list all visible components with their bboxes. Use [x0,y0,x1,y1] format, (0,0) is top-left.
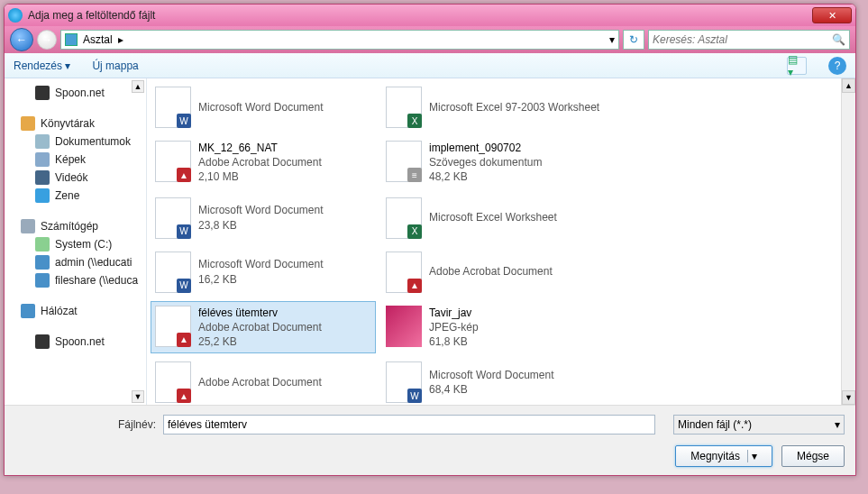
file-type: Microsoft Word Document [198,100,324,114]
word-badge-icon: W [177,224,191,239]
search-icon[interactable]: 🔍 [832,33,845,46]
sidebar-item-libraries[interactable]: Könyvtárak [8,114,142,133]
file-type: Microsoft Excel 97-2003 Worksheet [429,100,599,114]
sidebar-item-drive-c[interactable]: System (C:) [8,235,142,253]
desktop-icon [65,33,78,46]
file-info: implement_090702Szöveges dokumentum48,2 … [429,141,542,185]
file-size: 68,4 KB [429,382,554,397]
file-type: Adobe Acrobat Document [198,320,322,334]
sidebar-item-network[interactable]: Hálózat [8,302,142,320]
netdrive-icon [35,255,50,270]
word-badge-icon: W [407,389,422,403]
file-item[interactable]: ▲Adobe Acrobat Document [381,247,607,297]
sidebar-scroll-down[interactable]: ▼ [132,390,144,403]
navbar: ← → Asztal ▸ ▾ ↻ 🔍 [5,26,855,53]
file-type: Microsoft Word Document [429,368,554,382]
close-button[interactable]: ✕ [812,7,852,23]
xls-badge-icon: X [407,114,422,128]
scroll-up-button[interactable]: ▲ [842,78,855,93]
ie-icon [8,8,23,23]
sidebar-item-pictures[interactable]: Képek [8,151,142,169]
file-item[interactable]: Tavir_javJPEG-kép61,8 KB [381,301,607,354]
open-split-icon[interactable]: ▾ [747,450,757,462]
dropdown-icon: ▾ [835,418,840,431]
search-box[interactable]: 🔍 [648,30,850,50]
file-info: Microsoft Word Document16,2 KB [198,252,324,293]
open-button[interactable]: Megnyitás ▾ [675,445,772,467]
file-size: 16,2 KB [198,272,324,287]
sidebar-scroll-up[interactable]: ▲ [132,80,144,93]
filetype-filter[interactable]: Minden fájl (*.*) ▾ [673,415,845,435]
file-icon: W [155,252,191,293]
file-type: Microsoft Word Document [198,203,324,217]
file-size: 25,2 KB [198,334,322,349]
computer-icon [21,219,35,233]
file-item[interactable]: WMicrosoft Word Document [151,82,376,133]
file-item[interactable]: ▲MK_12_66_NATAdobe Acrobat Document2,10 … [151,136,376,189]
cancel-button[interactable]: Mégse [781,445,845,467]
file-scrollbar[interactable]: ▲ ▼ [841,78,855,405]
file-icon: ≡ [386,141,422,182]
view-mode-button[interactable]: ▤ ▾ [787,57,807,75]
file-icon: ▲ [155,361,191,403]
file-item[interactable]: WMicrosoft Word Document16,2 KB [151,247,376,297]
libraries-icon [21,116,35,131]
sidebar-item-documents[interactable]: Dokumentumok [8,133,142,151]
sidebar-item-drive-share[interactable]: fileshare (\\educa [8,271,142,289]
spoon-icon [35,334,50,349]
file-item[interactable]: ≡implement_090702Szöveges dokumentum48,2… [381,136,607,189]
sidebar-item-videos[interactable]: Videók [8,169,142,187]
word-badge-icon: W [177,279,191,293]
organize-menu[interactable]: Rendezés ▾ [14,59,70,72]
sidebar-item-computer[interactable]: Számítógép [8,217,142,235]
new-folder-button[interactable]: Új mappa [92,59,138,72]
file-item[interactable]: WMicrosoft Word Document23,8 KB [151,193,376,243]
sidebar-item-spoon2[interactable]: Spoon.net [8,333,142,351]
nav-forward-button[interactable]: → [37,30,57,50]
toolbar: Rendezés ▾ Új mappa ▤ ▾ ? [5,53,855,78]
refresh-button[interactable]: ↻ [623,30,644,50]
scroll-down-button[interactable]: ▼ [842,390,855,405]
file-info: Microsoft Excel Worksheet [429,197,557,239]
file-name: MK_12_66_NAT [198,141,322,155]
netdrive-icon [35,273,50,288]
pdf-badge-icon: ▲ [177,333,191,347]
help-button[interactable]: ? [828,57,846,75]
file-name: implement_090702 [429,141,542,155]
file-item[interactable]: WMicrosoft Word Document68,4 KB [381,357,607,405]
chevron-right-icon: ▸ [118,33,123,46]
file-type: Adobe Acrobat Document [429,264,553,279]
file-item[interactable]: XMicrosoft Excel 97-2003 Worksheet [381,82,607,133]
window-title: Adja meg a feltöltendő fájlt [28,9,812,22]
file-icon: X [386,197,422,239]
file-item[interactable]: XMicrosoft Excel Worksheet [381,193,607,243]
file-info: MK_12_66_NATAdobe Acrobat Document2,10 M… [198,141,322,185]
filename-input[interactable] [163,415,655,435]
address-dropdown-icon[interactable]: ▾ [609,33,615,46]
sidebar-item-spoon[interactable]: Spoon.net [8,84,142,102]
txt-badge-icon: ≡ [407,168,422,182]
documents-icon [35,134,50,149]
sidebar-item-music[interactable]: Zene [8,187,142,205]
nav-back-button[interactable]: ← [10,28,33,51]
word-badge-icon: W [177,114,191,128]
search-input[interactable] [653,33,832,46]
drive-icon [35,237,50,252]
file-name: Tavir_jav [429,306,479,320]
file-info: Microsoft Word Document [198,87,324,128]
file-size: 61,8 KB [429,334,479,349]
address-location: Asztal [83,33,113,46]
address-bar[interactable]: Asztal ▸ ▾ [60,30,619,50]
file-type: Adobe Acrobat Document [198,155,322,169]
file-item[interactable]: ▲féléves ütemtervAdobe Acrobat Document2… [151,301,376,354]
file-size: 23,8 KB [198,218,324,233]
file-info: féléves ütemtervAdobe Acrobat Document25… [198,306,322,350]
sidebar-item-drive-admin[interactable]: admin (\\educati [8,253,142,271]
file-type: Szöveges dokumentum [429,155,542,169]
pdf-badge-icon: ▲ [407,279,422,293]
file-icon: ▲ [386,252,422,293]
file-info: Adobe Acrobat Document [198,361,322,403]
file-open-dialog: Adja meg a feltöltendő fájlt ✕ ← → Aszta… [4,4,856,476]
file-item[interactable]: ▲Adobe Acrobat Document [151,357,376,405]
body-area: ▲ Spoon.net Könyvtárak Dokumentumok Képe… [5,78,855,405]
